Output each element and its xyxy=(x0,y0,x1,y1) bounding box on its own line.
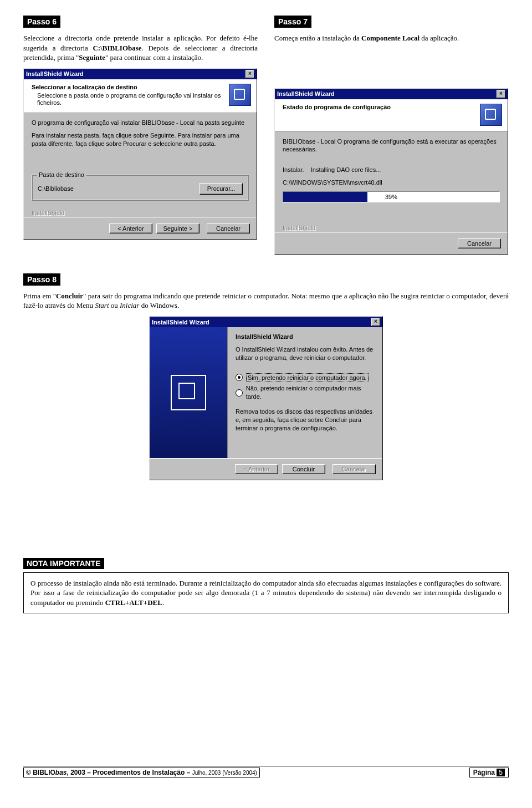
dlg2-install-label: Instalar. xyxy=(283,166,304,173)
copyright-suffix: , 2003 – Procedimentos de Instalação – xyxy=(67,769,192,776)
dlg1-p2: Para instalar nesta pasta, faça clique s… xyxy=(32,131,249,148)
step7-bold: Componente Local xyxy=(361,34,420,42)
destination-groupbox: Pasta de destino C:\Bibliobase Procurar.… xyxy=(32,175,249,201)
progress-bar: 39% xyxy=(283,191,500,202)
step6-text: Seleccione a directoria onde pretende in… xyxy=(23,33,258,63)
dlg2-main: BIBLIObase - Local O programa de configu… xyxy=(275,132,508,223)
note-body2: . xyxy=(162,598,164,607)
installer-icon xyxy=(480,104,502,126)
step-badge-7: Passo 7 xyxy=(274,16,311,28)
copyright-box: © BIBLIObas, 2003 – Procedimentos de Ins… xyxy=(23,768,260,777)
dlg2-title: InstallShield Wizard xyxy=(277,90,335,97)
page-footer: © BIBLIObas, 2003 – Procedimentos de Ins… xyxy=(23,766,509,777)
note-box: O processo de instalação ainda não está … xyxy=(23,572,509,614)
dlg3-title: InstallShield Wizard xyxy=(152,319,209,326)
dialog-progress: InstallShield Wizard × Estado do program… xyxy=(274,88,508,255)
radio-restart-later[interactable]: Não, pretendo reiniciar o computador mai… xyxy=(236,384,375,401)
opt2-label: Não, pretendo reiniciar o computador mai… xyxy=(246,384,375,401)
browse-button[interactable]: Procurar... xyxy=(200,183,243,195)
installer-icon xyxy=(229,84,251,106)
copyright-small: Julho, 2003 (Versão 2004) xyxy=(192,770,257,776)
dlg2-footer: Cancelar xyxy=(275,232,508,254)
progress-percent: 39% xyxy=(283,192,499,202)
dlg3-p2: Remova todos os discos das respectivas u… xyxy=(236,408,375,433)
radio-restart-now[interactable]: Sim, pretendo reiniciar o computador ago… xyxy=(236,373,375,383)
step7-text: Começa então a instalação da Componente … xyxy=(274,33,509,43)
step8-p3: ou xyxy=(109,301,120,309)
dlg1-main: O programa de configuração vai instalar … xyxy=(24,113,257,208)
close-icon[interactable]: × xyxy=(245,70,254,78)
dlg1-header: Seleccionar a localização de destino Sel… xyxy=(24,79,257,114)
step8-it2: Iniciar xyxy=(120,301,139,309)
step8-bold: Concluir xyxy=(56,292,83,300)
back-button[interactable]: < Anterior xyxy=(109,223,152,233)
note-bold: CTRL+ALT+DEL xyxy=(105,598,162,607)
note-title: NOTA IMPORTANTE xyxy=(23,558,104,569)
destination-path: C:\Bibliobase xyxy=(38,185,74,193)
dlg2-install-status: Installing DAO core files... xyxy=(311,166,381,173)
radio-icon xyxy=(236,374,243,381)
dlg1-footer: < Anterior Seguinte > Cancelar xyxy=(24,217,257,239)
step-badge-6: Passo 6 xyxy=(23,16,60,28)
dlg2-h1: Estado do programa de configuração xyxy=(283,104,475,110)
titlebar: InstallShield Wizard × xyxy=(24,69,257,79)
brand-label: InstallShield xyxy=(24,209,257,217)
step8-it1: Start xyxy=(95,301,109,309)
dlg3-p1: O InstallShield Wizard instalou com êxit… xyxy=(236,345,375,362)
dlg3-body: InstallShield Wizard O InstallShield Wiz… xyxy=(150,327,382,458)
finish-button[interactable]: Concluir xyxy=(282,464,325,474)
titlebar: InstallShield Wizard × xyxy=(275,89,508,99)
copyright-prefix: © BIBLIO xyxy=(26,769,55,776)
dlg1-title: InstallShield Wizard xyxy=(26,70,84,77)
step6-path: C:\BIBLIObase xyxy=(93,44,141,52)
cancel-button[interactable]: Cancelar xyxy=(458,238,501,248)
copyright-italic: bas xyxy=(55,769,67,776)
dlg2-file-path: C:\WINDOWS\SYSTEM\msvcrt40.dll xyxy=(283,179,500,187)
cancel-button[interactable]: Cancelar xyxy=(207,223,250,233)
dlg1-p1: O programa de configuração vai instalar … xyxy=(32,119,249,127)
dlg3-footer: < Anterior Concluir Cancelar xyxy=(150,458,382,480)
dialog-select-destination: InstallShield Wizard × Seleccionar a loc… xyxy=(23,68,257,240)
step-badge-8: Passo 8 xyxy=(23,273,60,286)
dlg2-header: Estado do programa de configuração xyxy=(275,99,508,132)
close-icon[interactable]: × xyxy=(371,318,380,326)
back-button: < Anterior xyxy=(235,464,278,474)
dlg1-h1: Seleccionar a localização de destino xyxy=(32,84,224,90)
brand-label: InstallShield xyxy=(275,223,508,232)
step8-p4: do Windows. xyxy=(139,301,179,309)
dlg1-h2: Seleccione a pasta onde o programa de co… xyxy=(37,92,224,108)
step8-text: Prima em "Concluir" para sair do program… xyxy=(23,291,509,311)
step8-p1: Prima em " xyxy=(23,292,56,300)
titlebar: InstallShield Wizard × xyxy=(150,317,382,327)
page-number-box: Página 5 xyxy=(469,768,509,777)
page-label: Página xyxy=(473,769,497,776)
page-number: 5 xyxy=(497,769,505,776)
step6-p3: " para continuar com a instalação. xyxy=(105,53,203,62)
installer-big-icon xyxy=(171,375,206,410)
step6-bold2: Seguinte xyxy=(79,53,105,62)
dialog-finish: InstallShield Wizard × InstallShield Wiz… xyxy=(149,316,383,480)
cancel-button: Cancelar xyxy=(332,464,376,474)
installer-side-graphic xyxy=(150,327,228,458)
dlg2-p1: BIBLIObase - Local O programa de configu… xyxy=(283,138,500,154)
next-button[interactable]: Seguinte > xyxy=(156,223,200,233)
groupbox-legend: Pasta de destino xyxy=(37,171,86,179)
dlg3-h1: InstallShield Wizard xyxy=(236,333,293,340)
opt1-label: Sim, pretendo reiniciar o computador ago… xyxy=(246,373,369,383)
note-body1: O processo de instalação ainda não está … xyxy=(30,579,502,607)
step7-p2: da aplicação. xyxy=(420,34,459,42)
radio-icon xyxy=(236,389,243,397)
step7-p1: Começa então a instalação da xyxy=(274,34,361,42)
close-icon[interactable]: × xyxy=(497,90,505,98)
